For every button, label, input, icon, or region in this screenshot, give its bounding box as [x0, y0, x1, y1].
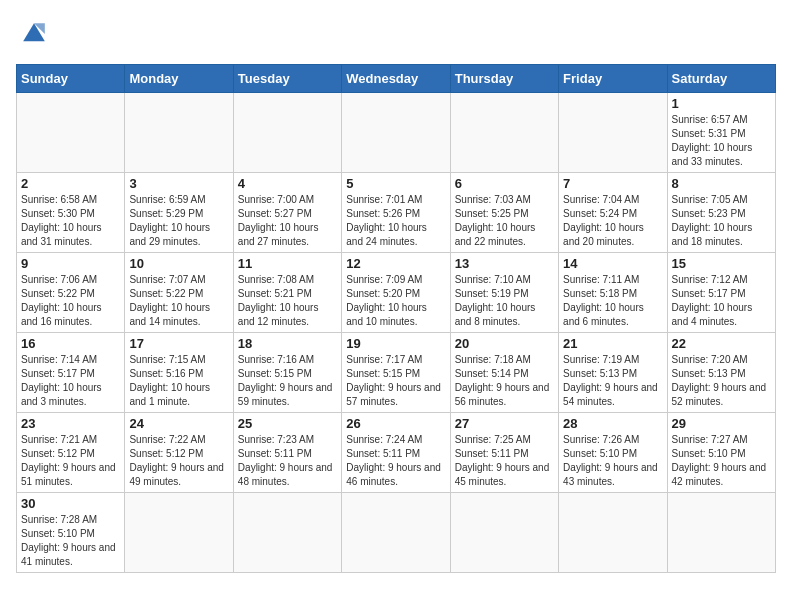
header-wednesday: Wednesday: [342, 65, 450, 93]
day-info: Sunrise: 7:24 AM Sunset: 5:11 PM Dayligh…: [346, 433, 445, 489]
day-info: Sunrise: 7:05 AM Sunset: 5:23 PM Dayligh…: [672, 193, 771, 249]
calendar-cell: 16Sunrise: 7:14 AM Sunset: 5:17 PM Dayli…: [17, 333, 125, 413]
day-number: 18: [238, 336, 337, 351]
day-number: 16: [21, 336, 120, 351]
day-number: 6: [455, 176, 554, 191]
week-row-5: 23Sunrise: 7:21 AM Sunset: 5:12 PM Dayli…: [17, 413, 776, 493]
day-number: 28: [563, 416, 662, 431]
day-info: Sunrise: 6:57 AM Sunset: 5:31 PM Dayligh…: [672, 113, 771, 169]
calendar-cell: 1Sunrise: 6:57 AM Sunset: 5:31 PM Daylig…: [667, 93, 775, 173]
calendar-cell: 26Sunrise: 7:24 AM Sunset: 5:11 PM Dayli…: [342, 413, 450, 493]
calendar-cell: 15Sunrise: 7:12 AM Sunset: 5:17 PM Dayli…: [667, 253, 775, 333]
day-number: 27: [455, 416, 554, 431]
calendar-cell: 20Sunrise: 7:18 AM Sunset: 5:14 PM Dayli…: [450, 333, 558, 413]
calendar-cell: 28Sunrise: 7:26 AM Sunset: 5:10 PM Dayli…: [559, 413, 667, 493]
day-number: 13: [455, 256, 554, 271]
day-number: 25: [238, 416, 337, 431]
day-number: 21: [563, 336, 662, 351]
week-row-3: 9Sunrise: 7:06 AM Sunset: 5:22 PM Daylig…: [17, 253, 776, 333]
week-row-6: 30Sunrise: 7:28 AM Sunset: 5:10 PM Dayli…: [17, 493, 776, 573]
calendar-cell: 5Sunrise: 7:01 AM Sunset: 5:26 PM Daylig…: [342, 173, 450, 253]
day-info: Sunrise: 7:28 AM Sunset: 5:10 PM Dayligh…: [21, 513, 120, 569]
day-info: Sunrise: 7:15 AM Sunset: 5:16 PM Dayligh…: [129, 353, 228, 409]
calendar-cell: 12Sunrise: 7:09 AM Sunset: 5:20 PM Dayli…: [342, 253, 450, 333]
calendar-cell: 19Sunrise: 7:17 AM Sunset: 5:15 PM Dayli…: [342, 333, 450, 413]
day-info: Sunrise: 7:01 AM Sunset: 5:26 PM Dayligh…: [346, 193, 445, 249]
day-info: Sunrise: 7:22 AM Sunset: 5:12 PM Dayligh…: [129, 433, 228, 489]
day-number: 8: [672, 176, 771, 191]
day-info: Sunrise: 7:23 AM Sunset: 5:11 PM Dayligh…: [238, 433, 337, 489]
day-info: Sunrise: 7:12 AM Sunset: 5:17 PM Dayligh…: [672, 273, 771, 329]
day-info: Sunrise: 7:11 AM Sunset: 5:18 PM Dayligh…: [563, 273, 662, 329]
day-info: Sunrise: 7:19 AM Sunset: 5:13 PM Dayligh…: [563, 353, 662, 409]
day-info: Sunrise: 7:04 AM Sunset: 5:24 PM Dayligh…: [563, 193, 662, 249]
calendar-cell: [17, 93, 125, 173]
day-info: Sunrise: 7:09 AM Sunset: 5:20 PM Dayligh…: [346, 273, 445, 329]
day-number: 15: [672, 256, 771, 271]
day-number: 4: [238, 176, 337, 191]
calendar-cell: [342, 493, 450, 573]
header-saturday: Saturday: [667, 65, 775, 93]
calendar-cell: [233, 493, 341, 573]
day-number: 17: [129, 336, 228, 351]
day-info: Sunrise: 7:14 AM Sunset: 5:17 PM Dayligh…: [21, 353, 120, 409]
logo-icon: [16, 16, 52, 52]
header-tuesday: Tuesday: [233, 65, 341, 93]
day-number: 9: [21, 256, 120, 271]
day-info: Sunrise: 7:03 AM Sunset: 5:25 PM Dayligh…: [455, 193, 554, 249]
calendar-cell: 13Sunrise: 7:10 AM Sunset: 5:19 PM Dayli…: [450, 253, 558, 333]
calendar-cell: [667, 493, 775, 573]
day-number: 14: [563, 256, 662, 271]
calendar-cell: 7Sunrise: 7:04 AM Sunset: 5:24 PM Daylig…: [559, 173, 667, 253]
calendar-cell: 2Sunrise: 6:58 AM Sunset: 5:30 PM Daylig…: [17, 173, 125, 253]
day-info: Sunrise: 7:00 AM Sunset: 5:27 PM Dayligh…: [238, 193, 337, 249]
day-number: 2: [21, 176, 120, 191]
calendar-cell: [559, 93, 667, 173]
calendar-cell: 14Sunrise: 7:11 AM Sunset: 5:18 PM Dayli…: [559, 253, 667, 333]
day-number: 10: [129, 256, 228, 271]
day-info: Sunrise: 7:20 AM Sunset: 5:13 PM Dayligh…: [672, 353, 771, 409]
day-number: 5: [346, 176, 445, 191]
calendar-cell: [125, 93, 233, 173]
day-number: 24: [129, 416, 228, 431]
day-info: Sunrise: 6:59 AM Sunset: 5:29 PM Dayligh…: [129, 193, 228, 249]
calendar-cell: 11Sunrise: 7:08 AM Sunset: 5:21 PM Dayli…: [233, 253, 341, 333]
calendar-cell: 30Sunrise: 7:28 AM Sunset: 5:10 PM Dayli…: [17, 493, 125, 573]
calendar-cell: [450, 493, 558, 573]
calendar-header-row: SundayMondayTuesdayWednesdayThursdayFrid…: [17, 65, 776, 93]
day-number: 20: [455, 336, 554, 351]
calendar-cell: [342, 93, 450, 173]
calendar-cell: 10Sunrise: 7:07 AM Sunset: 5:22 PM Dayli…: [125, 253, 233, 333]
calendar-cell: 24Sunrise: 7:22 AM Sunset: 5:12 PM Dayli…: [125, 413, 233, 493]
day-info: Sunrise: 7:26 AM Sunset: 5:10 PM Dayligh…: [563, 433, 662, 489]
calendar-cell: 25Sunrise: 7:23 AM Sunset: 5:11 PM Dayli…: [233, 413, 341, 493]
calendar-cell: 4Sunrise: 7:00 AM Sunset: 5:27 PM Daylig…: [233, 173, 341, 253]
day-info: Sunrise: 7:10 AM Sunset: 5:19 PM Dayligh…: [455, 273, 554, 329]
day-number: 23: [21, 416, 120, 431]
calendar-cell: [450, 93, 558, 173]
calendar-cell: 17Sunrise: 7:15 AM Sunset: 5:16 PM Dayli…: [125, 333, 233, 413]
day-number: 29: [672, 416, 771, 431]
day-number: 26: [346, 416, 445, 431]
calendar-cell: 18Sunrise: 7:16 AM Sunset: 5:15 PM Dayli…: [233, 333, 341, 413]
calendar: SundayMondayTuesdayWednesdayThursdayFrid…: [16, 64, 776, 573]
header-friday: Friday: [559, 65, 667, 93]
calendar-cell: 27Sunrise: 7:25 AM Sunset: 5:11 PM Dayli…: [450, 413, 558, 493]
day-info: Sunrise: 7:25 AM Sunset: 5:11 PM Dayligh…: [455, 433, 554, 489]
day-number: 11: [238, 256, 337, 271]
logo: [16, 16, 58, 52]
calendar-cell: [233, 93, 341, 173]
day-info: Sunrise: 7:17 AM Sunset: 5:15 PM Dayligh…: [346, 353, 445, 409]
calendar-cell: 9Sunrise: 7:06 AM Sunset: 5:22 PM Daylig…: [17, 253, 125, 333]
day-number: 1: [672, 96, 771, 111]
day-info: Sunrise: 7:16 AM Sunset: 5:15 PM Dayligh…: [238, 353, 337, 409]
day-number: 12: [346, 256, 445, 271]
calendar-cell: 29Sunrise: 7:27 AM Sunset: 5:10 PM Dayli…: [667, 413, 775, 493]
header-sunday: Sunday: [17, 65, 125, 93]
day-number: 7: [563, 176, 662, 191]
day-info: Sunrise: 6:58 AM Sunset: 5:30 PM Dayligh…: [21, 193, 120, 249]
week-row-4: 16Sunrise: 7:14 AM Sunset: 5:17 PM Dayli…: [17, 333, 776, 413]
week-row-1: 1Sunrise: 6:57 AM Sunset: 5:31 PM Daylig…: [17, 93, 776, 173]
calendar-cell: 6Sunrise: 7:03 AM Sunset: 5:25 PM Daylig…: [450, 173, 558, 253]
calendar-cell: [559, 493, 667, 573]
